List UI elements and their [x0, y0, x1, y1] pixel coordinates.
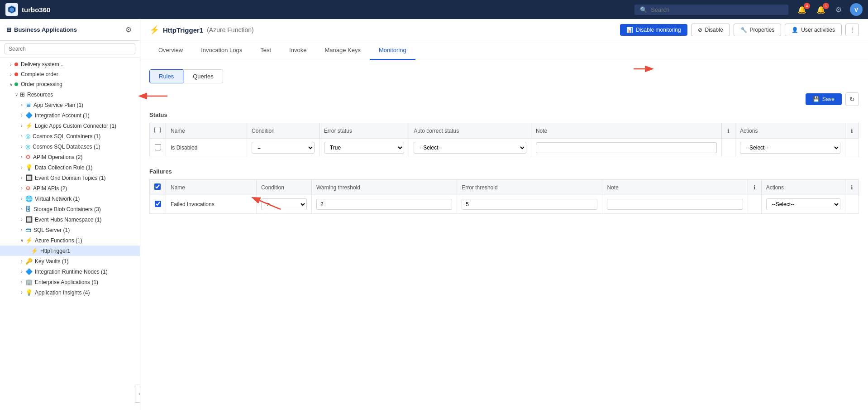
status-row-error-status[interactable]: True False: [319, 139, 409, 157]
sidebar-search-bar[interactable]: [0, 41, 140, 58]
error-threshold-input[interactable]: [462, 199, 597, 210]
failures-header-name: Name: [166, 180, 257, 195]
sub-tab-queries[interactable]: Queries: [183, 69, 223, 83]
failures-header-actions: Actions: [761, 180, 845, 195]
auto-correct-select[interactable]: --Select-- Yes No: [414, 142, 526, 154]
status-info-col: [722, 139, 735, 157]
warning-threshold-input[interactable]: [316, 199, 452, 210]
failures-row-checkbox[interactable]: [155, 201, 161, 207]
header-actions: 📊 Disable monitoring ⊘ Disable 🔧 Propert…: [620, 24, 859, 36]
status-row-actions[interactable]: --Select-- Action 1: [735, 139, 845, 157]
expand-icon: ›: [18, 144, 25, 149]
alerts-icon[interactable]: 🔔 1: [815, 4, 827, 16]
sidebar-item-event-hubs[interactable]: › 🔲 Event Hubs Namespace (1): [0, 214, 140, 225]
sidebar-item-logic-apps[interactable]: › ⚡ Logic Apps Custom Connector (1): [0, 121, 140, 131]
resources-icon: ⊞: [20, 91, 25, 98]
sidebar-item-virtual-network[interactable]: › 🌐 Virtual Network (1): [0, 193, 140, 204]
user-avatar[interactable]: V: [850, 3, 863, 16]
expand-icon: ›: [18, 102, 25, 107]
tab-test[interactable]: Test: [251, 41, 280, 60]
expand-icon: ›: [18, 207, 25, 212]
sidebar-item-cosmos-sql-containers[interactable]: › ◎ Cosmos SQL Containers (1): [0, 131, 140, 141]
apim-icon: ⚙: [25, 154, 31, 160]
failures-note-input[interactable]: [607, 199, 743, 210]
status-table: Name Condition Error status Auto correct…: [149, 123, 859, 157]
select-all-status-checkbox[interactable]: [154, 127, 161, 133]
sidebar-item-azure-functions[interactable]: ∨ ⚡ Azure Functions (1): [0, 235, 140, 246]
select-all-failures-checkbox[interactable]: [154, 183, 161, 190]
sidebar-item-httptrigger1[interactable]: ⚡ HttpTrigger1: [0, 246, 140, 256]
sidebar-item-order-processing[interactable]: ∨ Order processing: [0, 79, 140, 89]
sidebar-item-resources[interactable]: ∨ ⊞ Resources: [0, 89, 140, 100]
sidebar-item-app-service-plan[interactable]: › 🖥 App Service Plan (1): [0, 100, 140, 110]
status-row-condition[interactable]: = > <: [247, 139, 320, 157]
sidebar-collapse-button[interactable]: ‹: [135, 385, 140, 403]
sidebar-item-apim-operations[interactable]: › ⚙ APIM Operations (2): [0, 152, 140, 162]
failures-row-actions[interactable]: --Select-- Action 1: [761, 195, 845, 214]
sidebar-item-complete-order[interactable]: › Complete order: [0, 69, 140, 79]
error-status-select[interactable]: True False: [324, 142, 404, 154]
user-icon: 👤: [792, 27, 798, 33]
sub-tab-rules[interactable]: Rules: [149, 69, 183, 83]
refresh-button[interactable]: ↻: [845, 92, 859, 106]
failures-row-condition[interactable]: > = <: [257, 195, 312, 214]
main-layout: ⊞ Business Applications ⚙ › Delivery sys…: [0, 19, 868, 410]
failures-row-warning[interactable]: [311, 195, 457, 214]
sidebar-item-apim-apis[interactable]: › ⚙ APIM APIs (2): [0, 183, 140, 193]
alert-badge: 1: [823, 3, 829, 9]
sidebar-item-cosmos-sql-databases[interactable]: › ◎ Cosmos SQL Databases (1): [0, 141, 140, 152]
failures-row-note[interactable]: [602, 195, 748, 214]
tab-manage-keys[interactable]: Manage Keys: [315, 41, 370, 60]
expand-icon: ›: [18, 269, 25, 274]
sidebar-settings-icon[interactable]: ⚙: [124, 24, 134, 36]
status-row-note[interactable]: [531, 139, 721, 157]
status-row-checkbox[interactable]: [155, 144, 161, 150]
search-input[interactable]: [651, 6, 783, 13]
failures-row-error[interactable]: [457, 195, 602, 214]
tab-invocation-logs[interactable]: Invocation Logs: [192, 41, 251, 60]
sidebar-item-storage-blob[interactable]: › 🗄 Storage Blob Containers (3): [0, 204, 140, 214]
failures-condition-select[interactable]: > = <: [261, 198, 307, 210]
save-button[interactable]: 💾 Save: [806, 93, 842, 105]
content-title: ⚡ HttpTrigger1 (Azure Function): [149, 25, 615, 35]
event-grid-icon: 🔲: [25, 174, 33, 181]
user-activities-button[interactable]: 👤 User activities: [785, 24, 842, 36]
table-row: Failed Invocations > = <: [150, 195, 859, 214]
expand-icon: ›: [18, 134, 25, 139]
disable-icon: ⊘: [698, 27, 702, 33]
sidebar-item-key-vaults[interactable]: › 🔑 Key Vaults (1): [0, 256, 140, 266]
failures-actions-select[interactable]: --Select-- Action 1: [766, 198, 840, 210]
disable-monitoring-button[interactable]: 📊 Disable monitoring: [620, 24, 687, 36]
disable-button[interactable]: ⊘ Disable: [691, 24, 730, 36]
status-row-auto-correct[interactable]: --Select-- Yes No: [409, 139, 531, 157]
more-options-button[interactable]: ⋮: [845, 24, 859, 36]
failures-header-info1: ℹ: [748, 180, 761, 195]
search-bar[interactable]: 🔍: [634, 5, 788, 15]
sidebar-item-enterprise-applications[interactable]: › 🏢 Enterprise Applications (1): [0, 277, 140, 287]
condition-select[interactable]: = > <: [252, 142, 315, 154]
status-section-title: Status: [149, 111, 859, 118]
app-logo[interactable]: turbo360: [5, 3, 50, 16]
properties-button[interactable]: 🔧 Properties: [734, 24, 782, 36]
tab-invoke[interactable]: Invoke: [280, 41, 315, 60]
sub-tabs: Rules Queries: [149, 69, 859, 83]
cosmos-icon: ◎: [25, 133, 30, 140]
settings-icon[interactable]: ⚙: [834, 4, 844, 16]
search-icon: 🔍: [640, 6, 647, 13]
failures-header-warning: Warning threshold: [311, 180, 457, 195]
expand-icon: ›: [18, 259, 25, 264]
sidebar-item-delivery-system[interactable]: › Delivery system...: [0, 59, 140, 69]
sidebar-item-event-grid[interactable]: › 🔲 Event Grid Domain Topics (1): [0, 173, 140, 183]
actions-select[interactable]: --Select-- Action 1: [740, 142, 840, 154]
expand-icon: ›: [18, 175, 25, 180]
notifications-icon[interactable]: 🔔 4: [796, 4, 808, 16]
sidebar-item-integration-account[interactable]: › 🔷 Integration Account (1): [0, 110, 140, 121]
note-input[interactable]: [536, 142, 717, 153]
sidebar-item-data-collection-rule[interactable]: › 💡 Data Collection Rule (1): [0, 162, 140, 173]
sidebar-search-input[interactable]: [5, 43, 135, 54]
sidebar-item-sql-server[interactable]: › 🗃 SQL Server (1): [0, 225, 140, 235]
tab-monitoring[interactable]: Monitoring: [370, 41, 415, 60]
tab-overview[interactable]: Overview: [149, 41, 192, 60]
sidebar-item-application-insights[interactable]: › 💡 Application Insights (4): [0, 287, 140, 298]
sidebar-item-integration-runtime[interactable]: › 🔷 Integration Runtime Nodes (1): [0, 266, 140, 277]
